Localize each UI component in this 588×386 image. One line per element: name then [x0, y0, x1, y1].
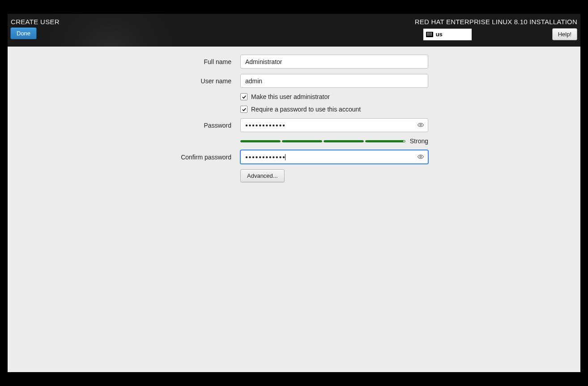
installer-window: CREATE USER Done RED HAT ENTERPRISE LINU… [8, 14, 580, 372]
checkmark-icon [242, 107, 247, 112]
header-left: CREATE USER Done [11, 17, 60, 43]
svg-point-1 [420, 156, 422, 158]
checkmark-icon [242, 94, 247, 99]
keyboard-icon [426, 32, 433, 37]
user-form: Full name User name Make this user admin… [17, 55, 571, 182]
product-title: RED HAT ENTERPRISE LINUX 8.10 INSTALLATI… [415, 17, 577, 26]
make-admin-label: Make this user administrator [251, 93, 330, 100]
user-name-label: User name [17, 77, 231, 85]
eye-icon [417, 154, 424, 161]
password-input[interactable]: ●●●●●●●●●●●● [240, 118, 428, 132]
keyboard-layout-selector[interactable]: us [423, 29, 472, 40]
full-name-label: Full name [17, 58, 231, 65]
require-password-label: Require a password to use this account [251, 106, 361, 113]
svg-point-0 [420, 124, 422, 126]
done-button[interactable]: Done [10, 27, 37, 39]
full-name-input[interactable] [240, 55, 428, 69]
user-name-input[interactable] [240, 74, 428, 88]
strength-label: Strong [410, 137, 428, 145]
eye-icon [417, 122, 424, 129]
header-right: RED HAT ENTERPRISE LINUX 8.10 INSTALLATI… [415, 17, 577, 43]
make-admin-checkbox[interactable] [240, 93, 247, 100]
confirm-password-field-wrapper: ●●●●●●●●●●●● [240, 150, 428, 164]
keyboard-layout-label: us [436, 31, 443, 38]
strength-bar-3 [324, 140, 364, 142]
strength-bars [240, 140, 405, 142]
require-password-row: Require a password to use this account [240, 106, 428, 113]
password-field-wrapper: ●●●●●●●●●●●● [240, 118, 428, 132]
confirm-password-input[interactable]: ●●●●●●●●●●●● [240, 150, 428, 164]
require-password-checkbox[interactable] [240, 106, 247, 113]
header-bar: CREATE USER Done RED HAT ENTERPRISE LINU… [8, 14, 580, 47]
strength-bar-2 [282, 140, 322, 142]
make-admin-row: Make this user administrator [240, 93, 428, 100]
page-title: CREATE USER [11, 17, 60, 26]
strength-bar-4 [365, 140, 405, 142]
password-strength-row: Strong [240, 137, 428, 145]
help-button[interactable]: Help! [552, 28, 577, 40]
confirm-password-label: Confirm password [17, 154, 231, 161]
show-confirm-password-icon[interactable] [417, 154, 424, 161]
strength-bar-1 [240, 140, 281, 142]
advanced-button[interactable]: Advanced... [240, 169, 285, 182]
show-password-icon[interactable] [417, 122, 424, 129]
password-label: Password [17, 122, 231, 129]
content-area: Full name User name Make this user admin… [8, 47, 580, 372]
header-controls: us Help! [423, 28, 577, 40]
